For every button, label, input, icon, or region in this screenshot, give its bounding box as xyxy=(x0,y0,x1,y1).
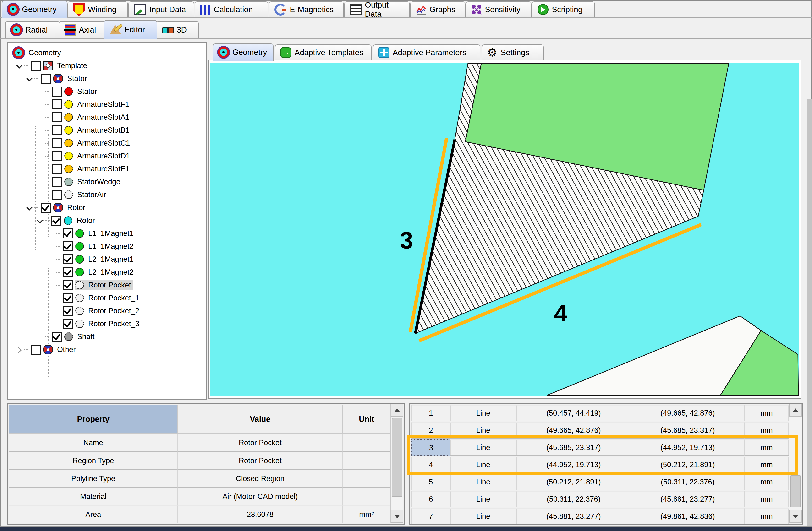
scroll-up-button[interactable] xyxy=(789,404,802,416)
tab-graphs[interactable]: Graphs xyxy=(410,1,466,17)
edge-3-start[interactable]: (45.685, 23.317) xyxy=(516,440,631,456)
checkbox[interactable] xyxy=(52,151,62,161)
checkbox[interactable] xyxy=(63,306,73,316)
checkbox[interactable] xyxy=(63,280,73,290)
tab-calculation[interactable]: Calculation xyxy=(194,1,268,17)
edge-5-start[interactable]: (50.212, 21.891) xyxy=(516,474,631,490)
tree-item-geometry-root[interactable]: Geometry xyxy=(8,46,206,59)
edge-3-type[interactable]: Line xyxy=(450,440,516,456)
edge-7-num[interactable]: 7 xyxy=(411,508,450,525)
edge-6-start[interactable]: (50.311, 22.376) xyxy=(516,491,631,507)
checkbox[interactable] xyxy=(63,241,73,251)
tree-item-rotor-group[interactable]: Rotor xyxy=(8,201,206,214)
value-name[interactable]: Rotor Pocket xyxy=(178,434,343,452)
tree-item-armatureslotf1[interactable]: ArmatureSlotF1 xyxy=(8,98,206,111)
tree-item-rotor-pocket-1[interactable]: Rotor Pocket_1 xyxy=(8,292,206,305)
edges-table-scrollbar[interactable] xyxy=(789,404,802,522)
checkbox[interactable] xyxy=(31,344,41,355)
edge-3-end[interactable]: (44.952, 19.713) xyxy=(631,440,744,456)
checkbox[interactable] xyxy=(31,61,41,71)
checkbox[interactable] xyxy=(52,164,62,174)
value-material[interactable]: Air (Motor-CAD model) xyxy=(178,487,343,505)
checkbox[interactable] xyxy=(52,87,62,97)
tab-adaptive-parameters[interactable]: Adaptive Parameters xyxy=(373,44,480,60)
tree-item-l2-1magnet2[interactable]: L2_1Magnet2 xyxy=(8,266,206,279)
tree-item-armatureslote1[interactable]: ArmatureSlotE1 xyxy=(8,162,206,175)
right-scroll-strip[interactable] xyxy=(807,99,812,527)
tab-scripting[interactable]: Scripting xyxy=(532,1,595,17)
scrollbar-thumb[interactable] xyxy=(790,475,801,507)
tree-item-rotor-pocket[interactable]: Rotor Pocket xyxy=(8,279,206,292)
scrollbar-thumb[interactable] xyxy=(392,418,402,497)
checkbox[interactable] xyxy=(52,216,61,225)
edge-7-end[interactable]: (49.861, 42.836) xyxy=(631,508,744,525)
checkbox[interactable] xyxy=(52,99,62,109)
tree-item-statorwedge[interactable]: StatorWedge xyxy=(8,175,206,188)
tree-item-other[interactable]: Other xyxy=(8,343,206,356)
edge-7-type[interactable]: Line xyxy=(450,508,516,525)
tab-settings[interactable]: ⚙Settings xyxy=(482,44,544,60)
edge-5-end[interactable]: (50.311, 22.376) xyxy=(631,474,744,490)
tree-item-l1-1magnet2[interactable]: L1_1Magnet2 xyxy=(8,240,206,253)
edge-6-end[interactable]: (45.881, 23.277) xyxy=(631,491,744,507)
tree-item-rotor[interactable]: Rotor xyxy=(8,214,206,227)
tab-radial[interactable]: Radial xyxy=(5,21,60,38)
edge-6-type[interactable]: Line xyxy=(450,491,516,507)
scroll-down-button[interactable] xyxy=(789,510,802,522)
chevron-down-icon[interactable] xyxy=(16,62,23,69)
edge-5-num[interactable]: 5 xyxy=(411,474,450,490)
edge-1-num[interactable]: 1 xyxy=(411,405,450,421)
edge-1-start[interactable]: (50.457, 44.419) xyxy=(516,405,631,421)
tree-item-stator-group[interactable]: Stator xyxy=(8,72,206,85)
edge-6-num[interactable]: 6 xyxy=(411,491,450,507)
chevron-down-icon[interactable] xyxy=(36,217,43,224)
tab-output-data[interactable]: Output Data xyxy=(344,1,410,17)
tree-item-armatureslotc1[interactable]: ArmatureSlotC1 xyxy=(8,137,206,150)
tree-item-l2-1magnet1[interactable]: L2_1Magnet1 xyxy=(8,253,206,266)
checkbox[interactable] xyxy=(52,125,62,135)
tab-geometry[interactable]: Geometry xyxy=(2,0,68,18)
tab-e-magnetics[interactable]: E-Magnetics xyxy=(269,1,344,17)
tree-item-rotor-pocket-2[interactable]: Rotor Pocket_2 xyxy=(8,305,206,318)
tab-adaptive-templates[interactable]: →Adaptive Templates xyxy=(275,44,372,60)
tab-winding[interactable]: Winding xyxy=(68,1,128,17)
tab-axial[interactable]: Axial xyxy=(59,21,106,38)
tree-item-stator[interactable]: Stator xyxy=(8,85,206,98)
value-region-type[interactable]: Rotor Pocket xyxy=(178,452,343,470)
edge-5-type[interactable]: Line xyxy=(450,474,516,490)
tree-item-armatureslota1[interactable]: ArmatureSlotA1 xyxy=(8,111,206,124)
checkbox[interactable] xyxy=(52,190,62,200)
edge-2-type[interactable]: Line xyxy=(450,422,516,439)
scroll-down-button[interactable] xyxy=(391,510,403,522)
chevron-right-icon[interactable] xyxy=(16,346,23,353)
tree-item-rotor-pocket-3[interactable]: Rotor Pocket_3 xyxy=(8,318,206,330)
tab-canvas-geometry[interactable]: Geometry xyxy=(213,44,274,61)
checkbox[interactable] xyxy=(63,319,73,329)
checkbox[interactable] xyxy=(52,177,62,187)
value-polyline-type[interactable]: Closed Region xyxy=(178,470,343,487)
edge-2-end[interactable]: (45.685, 23.317) xyxy=(631,422,744,439)
checkbox[interactable] xyxy=(41,74,51,84)
scroll-up-button[interactable] xyxy=(391,404,403,416)
tree-item-shaft[interactable]: Shaft xyxy=(8,330,206,343)
edge-1-type[interactable]: Line xyxy=(450,405,516,421)
tree-item-armatureslotb1[interactable]: ArmatureSlotB1 xyxy=(8,124,206,137)
edge-4-end[interactable]: (50.212, 21.891) xyxy=(631,457,744,473)
edge-2-num[interactable]: 2 xyxy=(411,422,450,439)
edge-7-start[interactable]: (45.881, 23.277) xyxy=(516,508,631,525)
chevron-down-icon[interactable] xyxy=(26,75,33,82)
property-table-scrollbar[interactable] xyxy=(390,404,403,522)
checkbox[interactable] xyxy=(63,228,73,238)
edge-4-start[interactable]: (44.952, 19.713) xyxy=(516,457,631,473)
checkbox[interactable] xyxy=(63,293,73,303)
tree-item-armatureslotd1[interactable]: ArmatureSlotD1 xyxy=(8,150,206,162)
edge-3-num[interactable]: 3 xyxy=(411,440,451,456)
checkbox[interactable] xyxy=(52,138,62,148)
tab-sensitivity[interactable]: Sensitivity xyxy=(466,1,532,17)
edge-1-end[interactable]: (49.665, 42.876) xyxy=(631,405,744,421)
edge-4-num[interactable]: 4 xyxy=(411,457,450,473)
tab-3d[interactable]: 3D xyxy=(156,21,199,38)
geometry-editor-canvas[interactable]: 3 4 xyxy=(208,60,801,399)
tab-input-data[interactable]: Input Data xyxy=(128,1,194,17)
edge-2-start[interactable]: (49.665, 42.876) xyxy=(516,422,631,439)
